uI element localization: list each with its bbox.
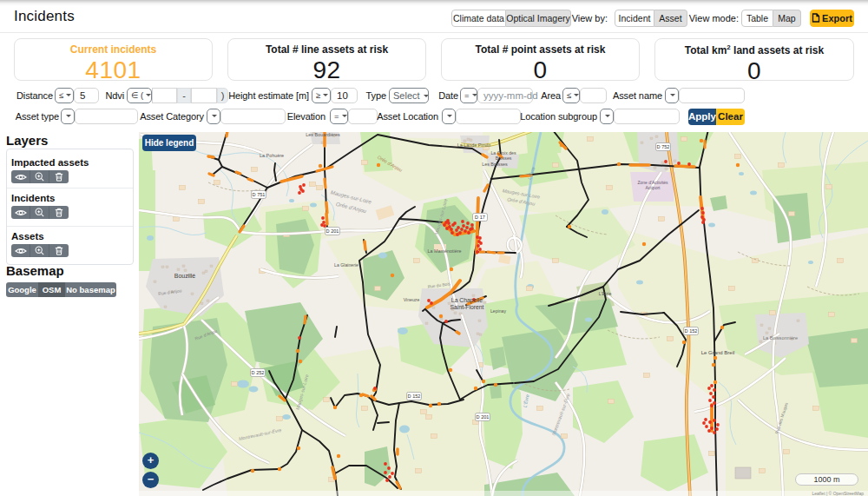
svg-text:La Chapelle: La Chapelle xyxy=(451,297,483,304)
svg-text:Les Brosses: Les Brosses xyxy=(482,162,508,167)
svg-text:Brosses: Brosses xyxy=(496,155,512,161)
svg-text:D 252: D 252 xyxy=(252,370,265,375)
svg-text:Lepinay: Lepinay xyxy=(490,308,507,314)
svg-text:La Glainerie: La Glainerie xyxy=(334,262,358,268)
svg-text:D 752: D 752 xyxy=(657,144,670,149)
svg-text:Vineuze: Vineuze xyxy=(404,297,420,302)
svg-text:Actiport: Actiport xyxy=(646,185,661,190)
svg-text:Les Bouardières: Les Bouardières xyxy=(306,132,340,137)
svg-text:La Pohuère: La Pohuère xyxy=(260,153,284,158)
svg-text:La Lande Pinvin: La Lande Pinvin xyxy=(457,142,491,148)
svg-text:L'Étrie: L'Étrie xyxy=(599,291,612,296)
svg-text:D 152: D 152 xyxy=(408,393,421,399)
svg-text:La Maménotière: La Maménotière xyxy=(428,248,462,254)
svg-text:D 17: D 17 xyxy=(475,215,485,220)
svg-text:D 201: D 201 xyxy=(477,414,490,420)
svg-text:Bouzillé: Bouzillé xyxy=(174,273,196,279)
svg-text:D 751: D 751 xyxy=(253,192,266,197)
svg-text:Le Grand Breil: Le Grand Breil xyxy=(701,350,735,355)
svg-text:La Boissonnière: La Boissonnière xyxy=(763,335,798,341)
svg-text:Saint-Florent: Saint-Florent xyxy=(450,304,484,310)
svg-text:D 201: D 201 xyxy=(326,228,339,234)
svg-text:D 152: D 152 xyxy=(685,328,698,334)
